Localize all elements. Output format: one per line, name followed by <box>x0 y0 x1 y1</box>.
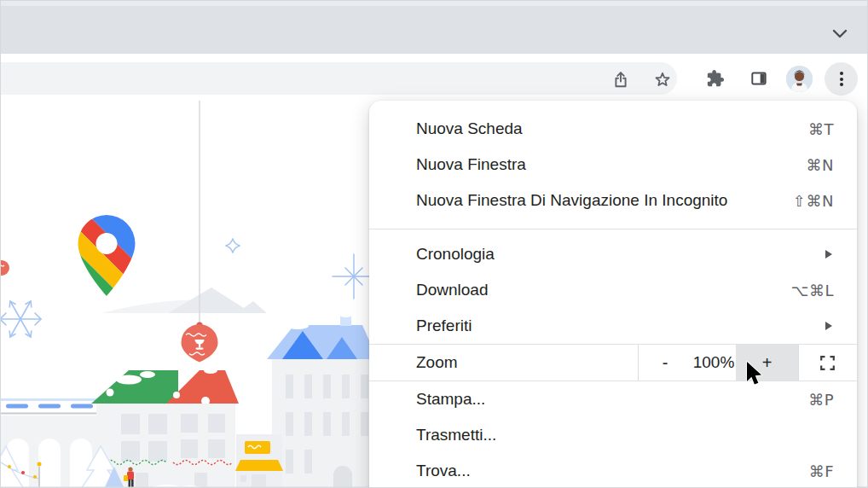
share-icon[interactable] <box>610 69 631 90</box>
menu-item-label: Nuova Scheda <box>416 119 808 138</box>
profile-avatar[interactable] <box>786 66 813 92</box>
fullscreen-icon[interactable] <box>798 345 856 381</box>
menu-item-shortcut: ⌘P <box>808 391 834 409</box>
menu-item-label: Trova... <box>416 462 809 480</box>
menu-item-shortcut: ⌥⌘L <box>791 282 834 299</box>
menu-item-print[interactable]: Stampa... ⌘P <box>369 381 857 417</box>
menu-item-find[interactable]: Trova... ⌘F <box>369 453 857 488</box>
menu-item-label: Nuova Finestra <box>416 155 807 174</box>
menu-section: Stampa... ⌘P Trasmetti... Trova... ⌘F <box>369 381 857 488</box>
menu-item-new-window[interactable]: Nuova Finestra ⌘N <box>369 147 857 183</box>
menu-item-cast[interactable]: Trasmetti... <box>369 417 857 453</box>
address-bar[interactable] <box>0 62 677 95</box>
zoom-level-value: 100% <box>692 345 736 381</box>
menu-section: Nuova Scheda ⌘T Nuova Finestra ⌘N Nuova … <box>369 101 857 229</box>
menu-item-label: Nuova Finestra Di Navigazione In Incogni… <box>416 191 793 210</box>
menu-item-shortcut: ⌘F <box>809 462 834 480</box>
menu-item-downloads[interactable]: Download ⌥⌘L <box>369 272 857 308</box>
menu-item-bookmarks[interactable]: Preferiti <box>369 308 857 344</box>
menu-item-shortcut: ⌘T <box>808 120 834 138</box>
menu-item-history[interactable]: Cronologia <box>369 236 857 272</box>
menu-item-label: Cronologia <box>416 245 825 264</box>
chevron-down-icon[interactable] <box>828 21 852 45</box>
menu-section: Cronologia Download ⌥⌘L Preferiti <box>369 229 857 344</box>
toolbar <box>1 54 868 101</box>
extensions-puzzle-icon[interactable] <box>705 69 726 90</box>
zoom-in-button[interactable]: + <box>736 345 798 381</box>
menu-item-label: Trasmetti... <box>416 426 834 444</box>
side-panel-icon[interactable] <box>749 69 769 90</box>
zoom-out-button[interactable]: - <box>639 345 692 381</box>
menu-item-shortcut: ⌘N <box>807 156 834 174</box>
menu-item-label: Download <box>416 281 791 299</box>
three-dot-menu-icon[interactable] <box>825 62 858 96</box>
zoom-label: Zoom <box>369 345 639 381</box>
submenu-arrow-icon <box>825 322 832 330</box>
menu-item-new-tab[interactable]: Nuova Scheda ⌘T <box>369 111 857 147</box>
menu-item-label: Stampa... <box>416 390 808 409</box>
chrome-main-menu: Nuova Scheda ⌘T Nuova Finestra ⌘N Nuova … <box>369 101 857 488</box>
bookmark-star-icon[interactable] <box>652 69 673 90</box>
submenu-arrow-icon <box>825 250 832 259</box>
menu-item-shortcut: ⇧⌘N <box>793 192 834 210</box>
menu-item-label: Preferiti <box>416 317 825 335</box>
tab-strip <box>1 1 868 54</box>
window-top-edge <box>1 1 868 6</box>
menu-item-zoom: Zoom - 100% + <box>369 345 857 381</box>
menu-item-new-incognito-window[interactable]: Nuova Finestra Di Navigazione In Incogni… <box>369 183 857 218</box>
browser-window: Nuova Scheda ⌘T Nuova Finestra ⌘N Nuova … <box>0 0 868 488</box>
